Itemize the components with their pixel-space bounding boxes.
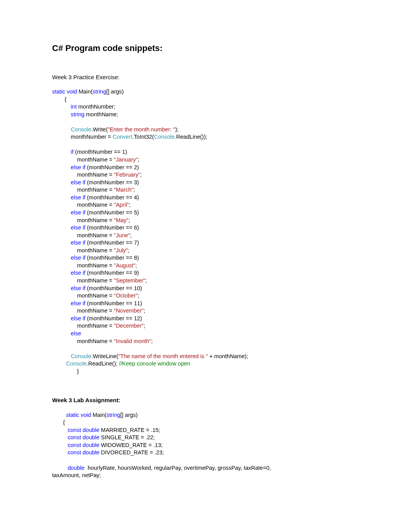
code-text: (monthNumber == 5) [85,209,139,216]
code-text: ; [129,217,130,223]
code-keyword: else if [71,164,85,170]
code-text: + monthName); [208,353,248,359]
code-text: ; [134,187,135,193]
code-text: .ReadLine(); [86,360,119,367]
code-keyword: else if [71,270,85,276]
code-keyword: const [68,434,81,440]
code-text: ); [175,126,179,133]
code-text: ; [138,292,139,299]
code-text: monthName = [77,202,114,208]
code-text: (monthNumber == 7) [85,240,139,246]
code-keyword: if [71,149,73,155]
section-practice-label: Week 3 Practice Exercise: [52,73,360,81]
code-text: monthName = [77,187,114,193]
code-text: monthNumber; [77,104,115,110]
code-keyword: string [93,88,106,95]
code-text: WIDOWED_RATE = .13; [100,442,163,448]
code-string: "December" [114,323,144,329]
section-lab-label: Week 3 Lab Assignment: [52,396,360,404]
code-keyword: const [68,449,81,456]
code-keyword: void [81,412,91,418]
code-keyword: const [68,442,81,448]
code-text: .WriteLine( [91,353,119,359]
code-text: [] args) [120,412,138,418]
code-text: { [52,419,65,425]
code-text: (monthNumber == 8) [85,255,139,261]
code-keyword: else if [71,224,85,231]
code-text: Main( [91,412,107,418]
code-text: monthName = [77,323,114,329]
code-text: (monthNumber == 4) [85,194,139,201]
code-comment: //Keep console window open [119,360,190,367]
code-string: "August" [114,262,135,269]
code-type: Convert [113,134,132,140]
code-string: "Invalid month" [114,338,151,344]
page: C# Program code snippets: Week 3 Practic… [0,0,410,503]
code-keyword: else [71,330,81,337]
code-keyword: else if [71,285,85,291]
code-text: monthName = [77,292,114,299]
code-text: monthName = [77,308,114,314]
code-keyword: double [83,449,100,456]
code-text: hourlyRate, hoursWorked, regularPay, ove… [85,465,271,471]
code-keyword: else if [71,194,85,201]
code-string: "October" [114,292,138,299]
code-type: Console [71,353,91,359]
code-text: (monthNumber == 12) [85,315,142,321]
code-keyword: int [71,104,76,110]
code-keyword: string [107,412,120,418]
code-keyword: else if [71,209,85,216]
code-type: Console [66,360,86,367]
code-text: (monthNumber == 1) [74,149,127,155]
code-keyword: void [67,88,77,95]
code-text: [] args) [106,88,124,95]
code-text: .Write( [91,126,108,133]
page-title: C# Program code snippets: [52,42,360,54]
code-text: taxAmount, netPay; [52,472,101,478]
code-text: monthName = [77,232,114,238]
code-block-lab: static void Main(string[] args) { const … [52,411,360,479]
code-keyword: else if [71,300,85,306]
code-keyword: static [52,88,65,95]
code-text: monthName = [77,277,114,284]
code-text: ; [130,232,132,238]
code-text: monthName = [77,247,114,253]
code-keyword: else if [71,315,85,321]
code-text: { [52,96,66,102]
code-keyword: const [68,427,81,433]
code-text: (monthNumber == 11) [85,300,142,306]
code-keyword: double [83,427,100,433]
code-text: SINGLE_RATE = .22; [100,434,155,440]
code-text: .ToInt32( [132,134,154,140]
code-string: "November" [114,308,144,314]
code-keyword: else if [71,179,85,185]
code-text: ; [138,156,139,163]
code-text: DIVORCED_RATE = .23; [100,449,164,456]
code-string: "September" [114,277,145,284]
code-keyword: double [83,434,100,440]
code-string: "July" [114,247,128,253]
code-type: Console [154,134,175,140]
code-text: (monthNumber == 10) [85,285,142,291]
code-string: "February" [114,172,140,178]
code-text: ; [128,247,129,253]
code-keyword: static [66,412,79,418]
code-keyword: else if [71,255,85,261]
code-type: Console [71,126,91,133]
code-string: "June" [114,232,130,238]
code-text: ; [135,262,137,269]
code-string: "May" [114,217,129,223]
code-text: monthName; [85,111,118,117]
code-text: (monthNumber == 3) [85,179,139,185]
code-text: (monthNumber == 2) [85,164,139,170]
code-text: Main( [77,88,92,95]
code-string: "April" [114,202,129,208]
code-text: ; [144,308,145,314]
code-text: monthName = [77,262,114,269]
code-text: ; [145,277,147,284]
code-text: monthName = [77,156,114,163]
code-keyword: double [83,442,100,448]
code-text: .ReadLine()); [175,134,207,140]
code-text: MARRIED_RATE = .15; [100,427,160,433]
code-text: (monthNumber == 9) [85,270,139,276]
